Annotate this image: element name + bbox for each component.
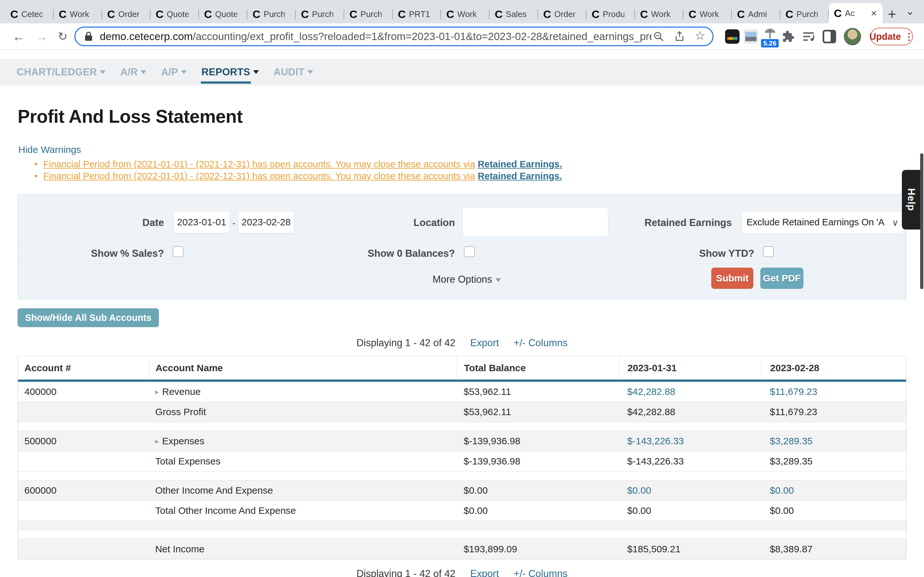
cetec-favicon: C bbox=[398, 9, 406, 19]
browser-tab[interactable]: CPurch bbox=[247, 5, 296, 23]
profile-avatar[interactable] bbox=[844, 28, 861, 45]
export-link[interactable]: Export bbox=[470, 568, 499, 577]
browser-tab[interactable]: CSales bbox=[489, 5, 538, 23]
browser-tab[interactable]: CQuote bbox=[150, 5, 199, 23]
browser-tab[interactable]: CWork bbox=[53, 5, 102, 23]
expand-arrow-icon[interactable]: ▸ bbox=[155, 388, 159, 396]
more-options-toggle[interactable]: More Options bbox=[433, 274, 501, 285]
cell-total-balance: $0.00 bbox=[457, 505, 619, 516]
month1-amount-link[interactable]: $0.00 bbox=[627, 485, 651, 496]
nav-audit[interactable]: AUDIT bbox=[274, 66, 313, 78]
hide-warnings-link[interactable]: Hide Warnings bbox=[18, 144, 81, 155]
month2-amount-link[interactable]: $3,289.35 bbox=[770, 436, 813, 446]
browser-tab[interactable]: CWork bbox=[683, 5, 732, 23]
date-to-input[interactable] bbox=[238, 211, 294, 234]
extension-badge: 5.26 bbox=[761, 39, 779, 47]
date-from-input[interactable] bbox=[174, 211, 230, 234]
month2-amount-link[interactable]: $11,679.23 bbox=[770, 386, 817, 397]
extension-icon-badged[interactable]: 5.26 bbox=[763, 27, 777, 46]
cetec-favicon: C bbox=[834, 8, 842, 19]
browser-tab-active[interactable]: C Ac × bbox=[829, 3, 883, 23]
nav-ap[interactable]: A/P bbox=[161, 66, 187, 78]
show-sales-checkbox[interactable] bbox=[173, 246, 184, 257]
col-header-month1[interactable]: 2023-01-31 bbox=[619, 356, 762, 380]
nav-chart-ledger[interactable]: CHART/LEDGER bbox=[17, 66, 105, 78]
submit-button[interactable]: Submit bbox=[711, 268, 753, 289]
browser-tab[interactable]: CWork bbox=[635, 5, 683, 23]
scrollbar-thumb[interactable] bbox=[920, 153, 923, 289]
warning-link[interactable]: Financial Period from (2021-01-01) - (20… bbox=[43, 159, 475, 169]
browser-tab[interactable]: CAdmi bbox=[732, 5, 780, 23]
browser-tab[interactable]: CPurch bbox=[780, 5, 829, 23]
address-bar[interactable]: demo.cetecerp.com/accounting/ext_profit_… bbox=[74, 27, 714, 46]
retained-earnings-select[interactable]: Exclude Retained Earnings On 'A ∨ bbox=[741, 211, 903, 234]
browser-menu-dots-icon[interactable]: ⋮ bbox=[904, 31, 914, 42]
expand-arrow-icon[interactable]: ▸ bbox=[155, 437, 159, 446]
cell-account-name: Net Income bbox=[149, 544, 457, 554]
zoom-page-icon[interactable] bbox=[653, 31, 664, 42]
tab-search-chevron-icon[interactable]: ⌄ bbox=[906, 5, 914, 17]
cetec-favicon: C bbox=[349, 9, 357, 19]
account-name-text: Revenue bbox=[162, 386, 200, 397]
columns-link[interactable]: +/- Columns bbox=[514, 568, 567, 577]
extensions-puzzle-icon[interactable] bbox=[781, 29, 795, 44]
url-path: /accounting/ext_profit_loss?reloaded=1&f… bbox=[193, 31, 652, 42]
back-button[interactable]: ← bbox=[12, 30, 25, 43]
cetec-favicon: C bbox=[107, 9, 115, 19]
cell-account-name: Other Income And Expense bbox=[149, 485, 457, 496]
tab-close-icon[interactable]: × bbox=[870, 8, 877, 18]
month1-amount-link[interactable]: $42,282.88 bbox=[627, 386, 675, 397]
location-label: Location bbox=[307, 217, 455, 229]
month2-amount-link[interactable]: $0.00 bbox=[770, 485, 794, 496]
table-row-other-income: 600000 Other Income And Expense $0.00 $0… bbox=[18, 480, 906, 501]
date-range-separator: - bbox=[230, 218, 238, 229]
share-icon[interactable] bbox=[674, 31, 685, 42]
columns-link[interactable]: +/- Columns bbox=[514, 337, 567, 349]
playlist-extension-icon[interactable] bbox=[801, 29, 816, 44]
col-header-month2[interactable]: 2023-02-28 bbox=[761, 356, 906, 380]
nav-reports[interactable]: REPORTS bbox=[202, 66, 259, 78]
displaying-count: Displaying 1 - 42 of 42 bbox=[357, 568, 455, 577]
side-panel-icon[interactable] bbox=[822, 30, 836, 43]
browser-tab[interactable]: CPRT1 bbox=[393, 5, 441, 23]
show-zero-checkbox[interactable] bbox=[464, 246, 475, 257]
browser-tab[interactable]: COrder bbox=[538, 5, 586, 23]
reload-button[interactable]: ↻ bbox=[58, 31, 67, 42]
show-hide-sub-accounts-button[interactable]: Show/Hide All Sub Accounts bbox=[18, 308, 159, 327]
browser-tab[interactable]: COrder bbox=[102, 5, 150, 23]
cetec-favicon: C bbox=[59, 9, 67, 19]
col-header-total-balance[interactable]: Total Balance bbox=[457, 356, 619, 380]
get-pdf-button[interactable]: Get PDF bbox=[760, 268, 803, 289]
cetec-favicon: C bbox=[204, 9, 212, 19]
browser-tab[interactable]: CProdu bbox=[586, 5, 635, 23]
retained-earnings-link[interactable]: Retained Earnings. bbox=[478, 171, 562, 181]
retained-earnings-link[interactable]: Retained Earnings. bbox=[478, 159, 562, 169]
help-tab[interactable]: Help bbox=[902, 170, 920, 229]
bookmark-star-icon[interactable]: ☆ bbox=[695, 29, 706, 43]
tab-label: Purch bbox=[312, 9, 339, 19]
browser-tab[interactable]: CPurch bbox=[344, 5, 393, 23]
tab-label: Cetec bbox=[21, 9, 48, 19]
cetec-favicon: C bbox=[737, 9, 745, 19]
browser-tab[interactable]: CWork bbox=[441, 5, 489, 23]
browser-tab[interactable]: CCetec bbox=[5, 5, 53, 23]
extension-icon-dark[interactable] bbox=[725, 29, 740, 44]
forward-button[interactable]: → bbox=[35, 30, 48, 43]
col-header-account-number[interactable]: Account # bbox=[18, 356, 149, 380]
new-tab-button[interactable]: + bbox=[883, 5, 901, 23]
col-header-account-name[interactable]: Account Name bbox=[149, 356, 457, 380]
tab-label: Purch bbox=[360, 9, 388, 19]
browser-tab[interactable]: CQuote bbox=[199, 5, 247, 23]
export-link[interactable]: Export bbox=[470, 337, 499, 349]
browser-tab[interactable]: CPurch bbox=[296, 5, 344, 23]
show-ytd-checkbox[interactable] bbox=[763, 246, 774, 257]
url-text: demo.cetecerp.com/accounting/ext_profit_… bbox=[100, 31, 652, 43]
show-ytd-label: Show YTD? bbox=[608, 248, 754, 259]
account-name-text: Other Income And Expense bbox=[155, 485, 273, 496]
warning-link[interactable]: Financial Period from (2022-01-01) - (20… bbox=[43, 171, 475, 181]
extension-icon-photo[interactable] bbox=[744, 29, 758, 44]
chrome-update-button[interactable]: Update ⋮ bbox=[870, 27, 913, 45]
month1-amount-link[interactable]: $-143,226.33 bbox=[627, 436, 684, 446]
nav-ar[interactable]: A/R bbox=[120, 66, 146, 78]
lock-icon[interactable] bbox=[84, 31, 94, 42]
